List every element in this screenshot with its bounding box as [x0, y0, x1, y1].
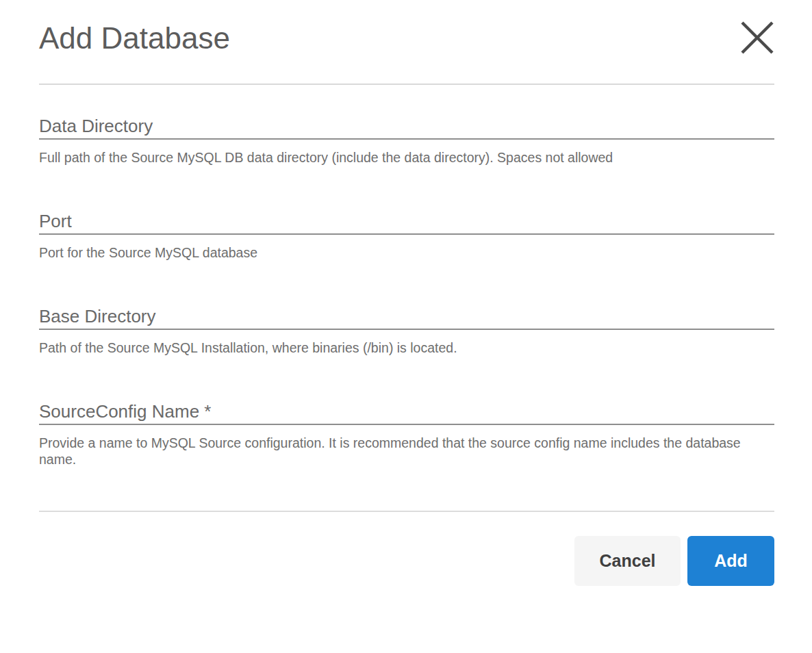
page-title: Add Database — [39, 21, 230, 56]
title-divider — [39, 84, 774, 85]
field-port: Port for the Source MySQL database — [39, 209, 774, 261]
port-input[interactable] — [39, 209, 774, 235]
data-directory-input[interactable] — [39, 114, 774, 140]
base-directory-helper: Path of the Source MySQL Installation, w… — [39, 340, 774, 356]
sourceconfig-name-helper: Provide a name to MySQL Source configura… — [39, 435, 774, 468]
cancel-button[interactable]: Cancel — [574, 536, 681, 586]
port-helper: Port for the Source MySQL database — [39, 244, 774, 261]
dialog-header: Add Database — [39, 0, 774, 56]
field-sourceconfig-name: Provide a name to MySQL Source configura… — [39, 399, 774, 468]
sourceconfig-name-input[interactable] — [39, 399, 774, 425]
add-database-dialog: Add Database Full path of the Source MyS… — [0, 0, 812, 653]
footer-divider — [39, 511, 774, 512]
field-base-directory: Path of the Source MySQL Installation, w… — [39, 304, 774, 356]
add-button[interactable]: Add — [687, 536, 774, 586]
form-fields: Full path of the Source MySQL DB data di… — [39, 114, 774, 468]
field-data-directory: Full path of the Source MySQL DB data di… — [39, 114, 774, 166]
close-icon — [740, 21, 774, 55]
close-button[interactable] — [740, 21, 774, 55]
data-directory-helper: Full path of the Source MySQL DB data di… — [39, 149, 774, 166]
dialog-footer: Cancel Add — [39, 536, 774, 586]
base-directory-input[interactable] — [39, 304, 774, 330]
